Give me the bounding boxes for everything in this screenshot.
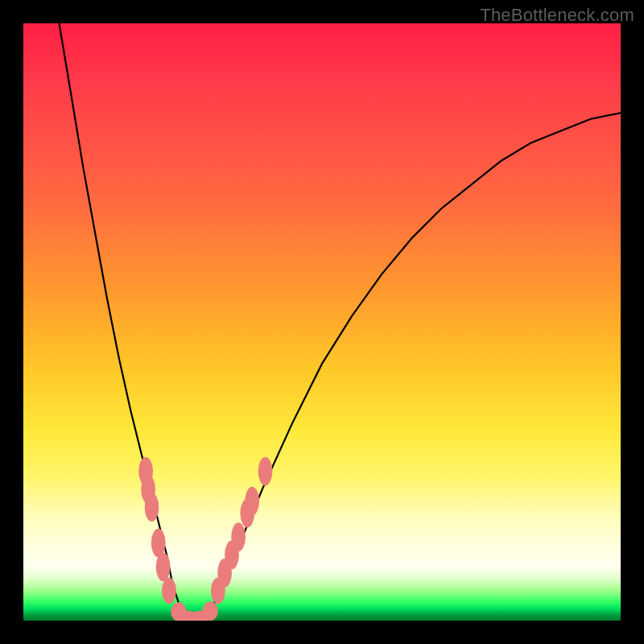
curve-marker xyxy=(145,493,159,522)
curve-marker xyxy=(231,522,246,551)
marker-group xyxy=(138,457,272,621)
chart-svg xyxy=(23,23,621,621)
curve-marker xyxy=(245,487,259,516)
curve-marker xyxy=(162,578,176,605)
chart-frame: TheBottleneck.com xyxy=(0,0,644,644)
curve-marker xyxy=(203,601,218,621)
attribution-text: TheBottleneck.com xyxy=(480,5,634,26)
curve-marker xyxy=(156,552,171,581)
bottleneck-curve xyxy=(60,23,621,621)
curve-marker xyxy=(258,457,273,486)
plot-area xyxy=(23,23,621,621)
